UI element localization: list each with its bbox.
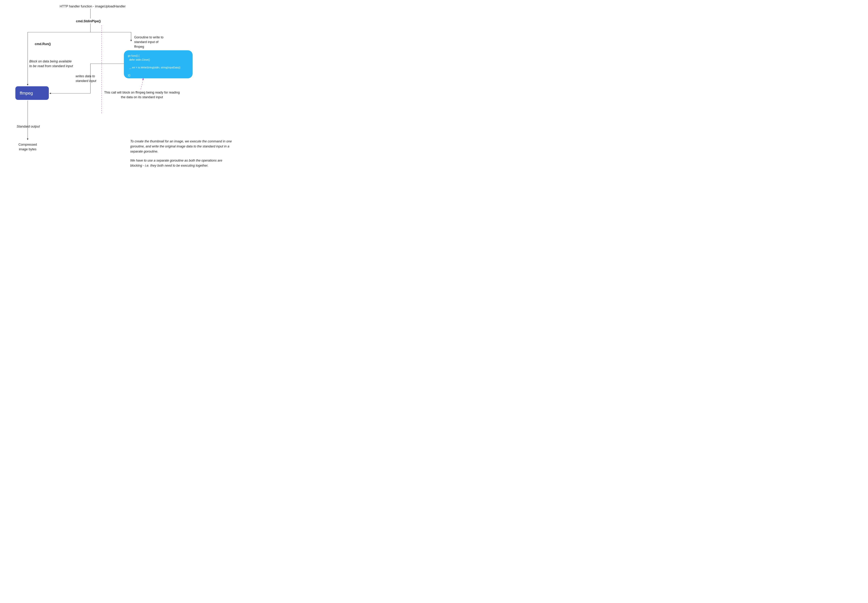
label-goroutine-l1: Goroutine to write to bbox=[134, 35, 177, 40]
label-compressed-l1: Compressed bbox=[16, 142, 39, 147]
node-ffmpeg-label: ffmpeg bbox=[20, 91, 33, 96]
callout-prefix: This call will block on bbox=[104, 91, 136, 94]
label-block-read-l1: Block on data being available bbox=[29, 59, 73, 64]
label-compressed-l2: image bytes bbox=[16, 147, 39, 152]
label-goroutine-l3: ffmpeg bbox=[134, 44, 177, 49]
callout-ffmpeg: ffmpeg bbox=[136, 91, 145, 94]
code-goroutine: go func() { defer stdin.Close() _, err =… bbox=[124, 50, 193, 78]
label-block-read: Block on data being available to be read… bbox=[29, 59, 73, 68]
callout-suffix: being ready for reading bbox=[145, 91, 180, 94]
diagram-canvas: HTTP handler function - imageUploadHandl… bbox=[0, 0, 275, 191]
label-writes-l1: writes data to bbox=[76, 74, 96, 79]
node-ffmpeg: ffmpeg bbox=[15, 86, 49, 100]
explanation-p2: We have to use a separate goroutine as b… bbox=[130, 158, 235, 168]
label-compressed-bytes: Compressed image bytes bbox=[16, 142, 39, 152]
title-prefix: HTTP handler function - bbox=[60, 5, 95, 8]
code-l6: }() bbox=[128, 74, 130, 77]
label-goroutine-l2: standard input of bbox=[134, 40, 177, 44]
code-l4: _, err = io.WriteString(stdin, string(in… bbox=[128, 66, 180, 69]
label-cmdrun: cmd.Run() bbox=[35, 42, 51, 46]
explanation: To create the thumbnail for an image, we… bbox=[130, 139, 235, 172]
diagram-title: HTTP handler function - imageUploadHandl… bbox=[60, 4, 136, 9]
callout-line2: the data on its standard input bbox=[98, 95, 186, 99]
code-l2: defer stdin.Close() bbox=[128, 58, 150, 61]
label-goroutine: Goroutine to write to standard input of … bbox=[134, 35, 177, 49]
label-writes-l2: standard input bbox=[76, 79, 96, 83]
title-handler-name: imageUploadHandler bbox=[95, 5, 126, 8]
explanation-p1: To create the thumbnail for an image, we… bbox=[130, 139, 235, 154]
label-std-output: Standard output bbox=[17, 124, 40, 129]
code-l1: go func() { bbox=[128, 54, 139, 57]
callout-block-on-ffmpeg: This call will block on ffmpeg being rea… bbox=[98, 90, 186, 99]
label-writes-data: writes data to standard input bbox=[76, 74, 96, 83]
label-block-read-l2: to be read from standard input bbox=[29, 64, 73, 68]
label-stdinpipe: cmd.StdinPipe() bbox=[76, 19, 101, 23]
